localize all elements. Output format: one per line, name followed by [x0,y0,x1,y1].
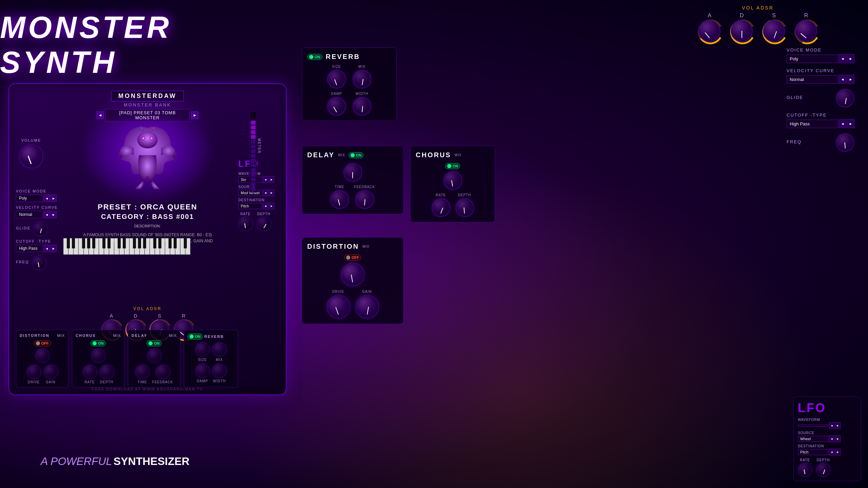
voice-mode-select-right[interactable]: Poly [787,55,838,63]
svg-rect-46 [184,238,187,248]
delay-time-knob-left[interactable] [135,365,150,379]
vol-adsr-r-knob[interactable] [795,20,817,42]
lfo-depth-knob-right[interactable] [816,463,830,477]
distortion-title-right: DISTORTION [307,243,359,250]
distortion-gain-knob-left[interactable] [44,365,58,379]
cutoff-type-prev-left[interactable]: ◄ [44,245,50,252]
glide-knob-left[interactable] [33,222,47,236]
vol-adsr-s-label: S [772,13,776,19]
vol-adsr-a-knob[interactable] [698,20,721,42]
voice-mode-select-left[interactable]: Poly [16,195,43,202]
reverb-damp-knob-left[interactable] [195,364,210,378]
velocity-curve-next-left[interactable]: ► [51,211,57,218]
cutoff-type-next-right[interactable]: ► [847,119,854,128]
volume-knob[interactable] [19,144,43,168]
delay-toggle-left[interactable]: ON [146,340,162,346]
reverb-size-knob-right[interactable] [327,70,346,88]
chorus-rate-knob-right[interactable] [432,198,450,217]
velocity-curve-select-left[interactable]: Normal [16,211,43,218]
svg-rect-35 [102,238,105,248]
lfo-source-select-right[interactable]: Wheel [798,436,828,442]
voice-mode-prev-left[interactable]: ◄ [44,195,50,202]
chorus-depth-label-left: DEPTH [100,380,113,384]
chorus-rate-knob-left[interactable] [83,365,97,379]
lfo-source-prev-right[interactable]: ◄ [829,435,834,442]
chorus-mix-label-left: MIX [113,333,121,338]
voice-mode-next-right[interactable]: ► [847,54,854,63]
delay-feedback-knob-right[interactable] [355,190,374,209]
chorus-depth-knob-left[interactable] [100,365,114,379]
lfo-depth-knob[interactable] [257,217,271,231]
delay-time-knob-right[interactable] [330,190,349,209]
lfo-source-next[interactable]: ► [269,189,274,196]
lfo-waveform-next-right[interactable]: ► [835,422,841,429]
delay-mix-knob-right[interactable] [343,163,362,182]
lfo-destination-prev-right[interactable]: ◄ [829,449,834,455]
reverb-mix-knob-left[interactable] [212,342,226,357]
reverb-toggle-right[interactable]: ON [307,54,322,60]
lfo-rate-knob[interactable] [238,217,253,231]
chorus-depth-knob-right[interactable] [455,198,474,217]
lfo-source-next-right[interactable]: ► [835,435,841,442]
reverb-mix-knob-right[interactable] [353,70,371,88]
voice-mode-prev-right[interactable]: ◄ [839,54,846,63]
velocity-curve-prev-right[interactable]: ◄ [839,75,846,84]
reverb-toggle-left[interactable]: ON [188,333,203,340]
distortion-drive-knob-left[interactable] [27,365,41,379]
chorus-mix-knob-right[interactable] [443,171,462,190]
distortion-mix-knob-right[interactable] [341,263,364,286]
chorus-toggle-right[interactable]: ON [445,163,460,169]
lfo-waveform-prev-right[interactable]: ◄ [829,422,834,429]
delay-feedback-knob-left[interactable] [156,365,170,379]
chorus-toggle-left[interactable]: ON [91,340,106,346]
reverb-width-knob-left[interactable] [212,364,226,378]
svg-rect-37 [118,238,121,248]
reverb-size-label-right: SIZE [332,65,341,68]
lfo-destination-next-right[interactable]: ► [835,449,841,455]
voice-mode-next-left[interactable]: ► [51,195,57,202]
cutoff-type-prev-right[interactable]: ◄ [839,119,846,128]
piano-keyboard[interactable] [63,238,192,255]
svg-rect-33 [87,238,90,248]
cutoff-type-select-right[interactable]: High Pass [787,120,838,128]
lfo-destination-next[interactable]: ► [269,203,274,209]
velocity-curve-select-right[interactable]: Normal [787,75,838,84]
freq-knob-left[interactable] [32,256,46,270]
velocity-curve-next-right[interactable]: ► [847,75,854,84]
cutoff-type-label-left: CUTOFF -TYPE [16,239,58,243]
delay-toggle-right[interactable]: ON [349,152,364,158]
svg-rect-39 [133,238,136,248]
cutoff-type-select-left[interactable]: High Pass [16,245,43,252]
lfo-rate-label: RATE [238,212,253,216]
vol-adsr-d-knob[interactable] [731,20,753,42]
delay-feedback-label-left: FEEDBACK [152,380,173,384]
reverb-panel-right: ON REVERB SIZE MIX [302,47,397,121]
distortion-gain-knob-right[interactable] [355,295,379,319]
chorus-mix-label-right: MIX [455,153,462,157]
lfo-destination-select-right[interactable]: Pitch [798,449,828,455]
distortion-drive-knob-right[interactable] [327,295,350,319]
reverb-damp-knob-right[interactable] [327,97,346,116]
lfo-waveform-next[interactable]: ► [269,176,274,183]
cutoff-type-next-left[interactable]: ► [51,245,57,252]
distortion-toggle-right[interactable]: OFF [344,255,361,261]
preset-category: CATEGORY : BASS #001 [80,213,215,221]
lfo-destination-prev[interactable]: ◄ [263,203,268,209]
lfo-destination-select[interactable]: Pitch [238,203,262,209]
velocity-curve-prev-left[interactable]: ◄ [44,211,50,218]
freq-knob-right[interactable] [836,133,854,152]
lfo-waveform-prev[interactable]: ◄ [263,176,268,183]
distortion-toggle-left[interactable]: OFF [34,340,51,346]
reverb-width-knob-right[interactable] [353,97,371,116]
reverb-panel-left: ON REVERB SIZE MIX [184,330,238,388]
freq-label-left: FREQ [16,260,29,264]
lfo-waveform-select-right[interactable] [798,425,828,427]
chorus-mix-knob-left[interactable] [91,348,105,363]
glide-knob-right[interactable] [836,89,854,107]
distortion-mix-knob-left[interactable] [35,348,50,363]
lfo-source-prev[interactable]: ◄ [263,189,268,196]
reverb-size-knob-left[interactable] [195,342,210,357]
delay-mix-knob-left[interactable] [147,348,161,363]
lfo-rate-knob-right[interactable] [798,463,812,477]
vol-adsr-s-knob[interactable] [763,20,785,42]
